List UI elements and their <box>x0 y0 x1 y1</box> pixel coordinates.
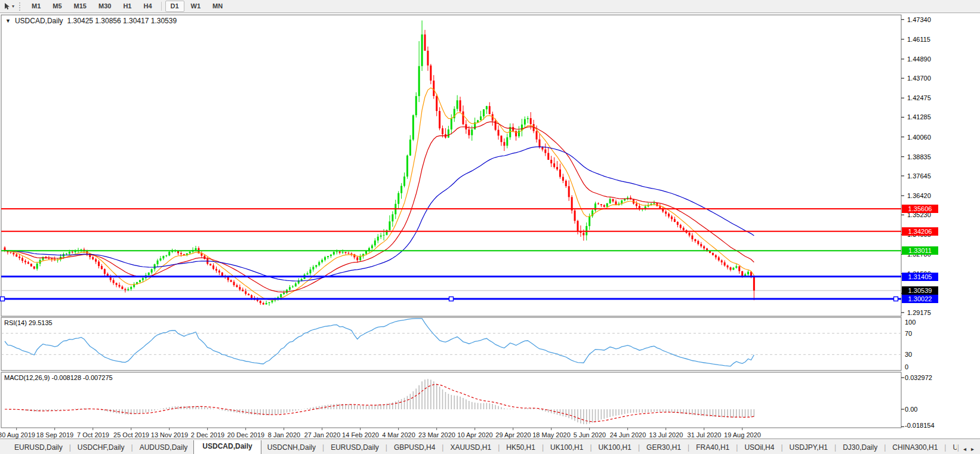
chart-tab-usdcnh-daily[interactable]: USDCNH,Daily <box>261 441 322 454</box>
line-handle[interactable] <box>449 297 454 301</box>
chart-tab-uk100-h1[interactable]: UK100,H1 <box>544 441 589 454</box>
date-label: 10 Apr 2020 <box>457 431 492 438</box>
rsi-axis-tick: 30 <box>905 351 912 358</box>
date-label: 23 Mar 2020 <box>418 431 455 438</box>
chart-tab-usdjpy-h1[interactable]: USDJPY,H1 <box>784 441 834 454</box>
date-label: 13 Nov 2019 <box>151 431 188 438</box>
chart-tab-eurusd-daily[interactable]: EURUSD,Daily <box>8 441 69 454</box>
price-axis-tick: 1.38835 <box>907 153 931 160</box>
price-axis-tick: 1.43700 <box>907 75 931 82</box>
timeframe-button-h1[interactable]: H1 <box>118 1 137 12</box>
price-axis-tick: 1.40060 <box>907 134 931 141</box>
price-level-badge: 1.35606 <box>902 205 938 213</box>
chart-dropdown-icon[interactable]: ▼ <box>5 18 11 24</box>
cursor-tool-button[interactable]: ▾ <box>0 1 18 12</box>
date-label: 8 Jan 2020 <box>268 431 300 438</box>
chart-tab-usoil-h1[interactable]: USOil,H1 <box>947 441 956 454</box>
timeframe-button-mn[interactable]: MN <box>207 1 228 12</box>
current-price-badge: 1.30539 <box>902 286 938 295</box>
date-label: 4 Mar 2020 <box>382 431 415 438</box>
timeframe-button-m5[interactable]: M5 <box>47 1 67 12</box>
rsi-axis-tick: 0 <box>905 363 908 370</box>
price-level-badge: 1.30022 <box>902 295 938 303</box>
chart-tab-fra40-h1[interactable]: FRA40,H1 <box>690 441 735 454</box>
scroll-tabs-left-icon[interactable]: ◂ <box>963 446 966 452</box>
rsi-axis-tick: 100 <box>905 319 916 326</box>
date-label: 24 Jun 2020 <box>610 431 646 438</box>
timeframe-button-m1[interactable]: M1 <box>26 1 46 12</box>
price-axis-tick: 1.36420 <box>907 192 931 199</box>
price-axis-tick: 1.47340 <box>907 16 931 23</box>
date-label: 5 Jun 2020 <box>574 431 606 438</box>
chart-tab-ger30-h1[interactable]: GER30,H1 <box>640 441 687 454</box>
price-axis-tick: 1.41285 <box>907 113 931 121</box>
chart-tab-audusd-daily[interactable]: AUDUSD,Daily <box>134 441 194 454</box>
chart-ohlc-values: 1.30425 1.30856 1.30417 1.30539 <box>67 17 177 25</box>
macd-indicator-label: MACD(12,26,9) -0.008128 -0.007275 <box>4 374 113 381</box>
date-label: 20 Dec 2019 <box>227 431 264 438</box>
date-label: 29 Apr 2020 <box>495 431 531 438</box>
date-label: 25 Oct 2019 <box>113 431 149 438</box>
timeframe-button-w1[interactable]: W1 <box>186 1 207 12</box>
chart-tab-china300-h1[interactable]: CHINA300,H1 <box>886 441 944 454</box>
main-chart-panel <box>1 15 901 316</box>
cursor-icon <box>4 2 11 10</box>
chart-title: ▼ USDCAD,Daily 1.30425 1.30856 1.30417 1… <box>5 17 177 25</box>
chart-tab-usoil-h4[interactable]: USOil,H4 <box>738 441 780 454</box>
toolbar-grip[interactable] <box>19 2 22 11</box>
price-axis-tick: 1.46115 <box>907 36 930 43</box>
price-level-badge: 1.33011 <box>902 246 938 255</box>
timeframe-button-m30[interactable]: M30 <box>93 1 116 12</box>
chart-tab-eurusd-daily[interactable]: EURUSD,Daily <box>325 441 385 454</box>
price-axis-tick: 1.44890 <box>907 55 931 63</box>
timeframe-toolbar: ▾ M1M5M15M30H1H4D1W1MN <box>0 0 980 13</box>
chart-symbol-label: USDCAD,Daily <box>15 17 63 25</box>
date-label: 18 May 2020 <box>532 431 571 438</box>
date-label: 30 Aug 2019 <box>0 431 35 438</box>
macd-axis-tick: 0.00 <box>905 406 917 413</box>
price-level-badge: 1.34206 <box>902 227 938 236</box>
chart-tab-uk100-h1[interactable]: UK100,H1 <box>593 441 637 454</box>
timeframe-button-m15[interactable]: M15 <box>69 1 92 12</box>
price-axis-tick: 1.37645 <box>907 172 931 180</box>
macd-axis-tick: -0.018154 <box>905 422 935 429</box>
date-label: 31 Jul 2020 <box>688 431 722 438</box>
timeframe-button-d1[interactable]: D1 <box>165 1 184 12</box>
chart-region: ▼ USDCAD,Daily 1.30425 1.30856 1.30417 1… <box>0 13 980 439</box>
chart-tab-gbpusd-h4[interactable]: GBPUSD,H4 <box>388 441 441 454</box>
chart-tab-dj30-daily[interactable]: DJ30,Daily <box>837 441 883 454</box>
chart-tab-bar: EURUSD,Daily|USDCHF,Daily|AUDUSD,DailyUS… <box>0 438 980 454</box>
rsi-axis-tick: 70 <box>905 330 912 337</box>
chart-tab-usdcad-daily[interactable]: USDCAD,Daily <box>193 440 261 454</box>
scroll-tabs-right-icon[interactable]: ▸ <box>971 446 974 452</box>
line-handle[interactable] <box>1 297 5 301</box>
macd-axis-tick: 0.032972 <box>905 374 932 381</box>
date-label: 13 Jul 2020 <box>649 431 683 438</box>
chart-canvas <box>0 13 980 439</box>
rsi-panel <box>1 317 901 370</box>
rsi-indicator-label: RSI(14) 29.5135 <box>4 319 53 326</box>
price-axis-tick: 1.29175 <box>907 309 931 316</box>
date-label: 14 Feb 2020 <box>342 431 379 438</box>
chevron-down-icon: ▾ <box>12 4 14 9</box>
date-label: 2 Dec 2019 <box>191 431 224 438</box>
date-label: 7 Oct 2019 <box>77 431 109 438</box>
price-level-badge: 1.31405 <box>902 273 938 281</box>
price-axis-tick: 1.42475 <box>907 94 931 101</box>
timeframe-button-h4[interactable]: H4 <box>138 1 157 12</box>
chart-tab-xauusd-h1[interactable]: XAUUSD,H1 <box>444 441 497 454</box>
chart-tab-hk50-h1[interactable]: HK50,H1 <box>500 441 541 454</box>
date-label: 18 Sep 2019 <box>36 431 73 438</box>
date-label: 19 Aug 2020 <box>724 431 761 438</box>
toolbar-separator <box>161 2 162 11</box>
mt4-window: ▾ M1M5M15M30H1H4D1W1MN ▼ USDCAD,Daily 1.… <box>0 0 980 454</box>
chart-tab-usdchf-daily[interactable]: USDCHF,Daily <box>72 441 131 454</box>
line-handle[interactable] <box>894 297 898 301</box>
date-label: 27 Jan 2020 <box>304 431 341 438</box>
